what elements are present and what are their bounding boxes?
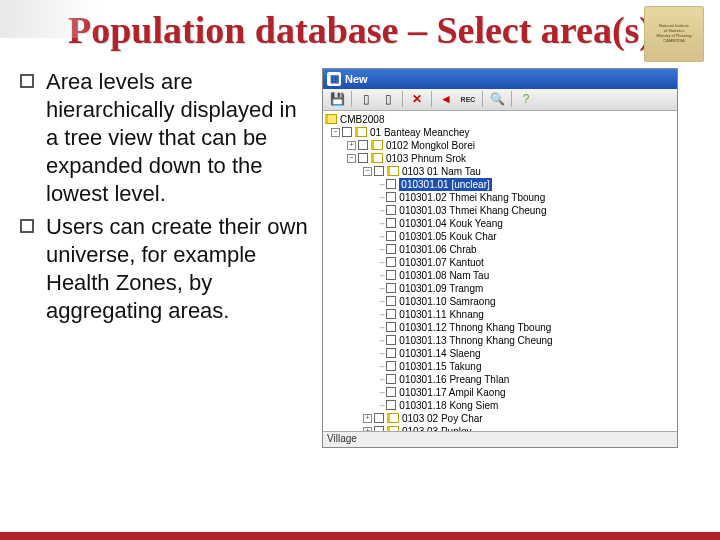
tree-label: 010301.08 Nam Tau	[399, 269, 489, 282]
checkbox[interactable]	[386, 283, 396, 293]
tree-leaf[interactable]: ···010301.02 Thmei Khang Tboung	[325, 191, 675, 204]
tree-view[interactable]: CMB2008 − 01 Banteay Meanchey + 0102 Mon…	[323, 111, 677, 431]
save-icon[interactable]: 💾	[329, 91, 345, 107]
checkbox[interactable]	[386, 335, 396, 345]
tree-connector: ···	[379, 399, 384, 412]
tree-leaf[interactable]: ···010301.12 Thnong Khang Tboung	[325, 321, 675, 334]
checkbox[interactable]	[358, 140, 368, 150]
tree-leaf[interactable]: ···010301.08 Nam Tau	[325, 269, 675, 282]
tree-label: 010301.04 Kouk Yeang	[399, 217, 502, 230]
back-icon[interactable]: ◄	[438, 91, 454, 107]
folder-icon	[387, 166, 399, 176]
tree-label: 0103 Phnum Srok	[386, 152, 466, 165]
tree-node[interactable]: − 0103 01 Nam Tau	[325, 165, 675, 178]
tree-connector: ···	[379, 282, 384, 295]
status-text: Village	[327, 433, 357, 444]
checkbox[interactable]	[374, 426, 384, 431]
toolbar-separator	[351, 91, 352, 107]
tree-node[interactable]: − 0103 Phnum Srok	[325, 152, 675, 165]
tree-leaf[interactable]: ···010301.13 Thnong Khang Cheung	[325, 334, 675, 347]
folder-icon	[371, 153, 383, 163]
checkbox[interactable]	[374, 413, 384, 423]
tree-leaf[interactable]: ···010301.03 Thmei Khang Cheung	[325, 204, 675, 217]
checkbox[interactable]	[386, 231, 396, 241]
tree-leaf[interactable]: ···010301.11 Khnang	[325, 308, 675, 321]
checkbox[interactable]	[386, 218, 396, 228]
checkbox[interactable]	[386, 179, 396, 189]
folder-icon	[371, 140, 383, 150]
tree-label: 010301.18 Kong Siem	[399, 399, 498, 412]
status-bar: Village	[323, 431, 677, 447]
decor-gradient	[0, 0, 100, 38]
tree-leaf-selected[interactable]: ··· 010301.01 [unclear]	[325, 178, 675, 191]
tree-leaf[interactable]: ···010301.17 Ampil Kaong	[325, 386, 675, 399]
find-icon[interactable]: 🔍	[489, 91, 505, 107]
tree-connector: ···	[379, 243, 384, 256]
tree-connector: ···	[379, 204, 384, 217]
checkbox[interactable]	[386, 244, 396, 254]
checkbox[interactable]	[386, 205, 396, 215]
tree-leaf[interactable]: ···010301.15 Takung	[325, 360, 675, 373]
tree-leaf[interactable]: ···010301.05 Kouk Char	[325, 230, 675, 243]
tree-leaf[interactable]: ···010301.16 Preang Thlan	[325, 373, 675, 386]
tree-label: 010301.02 Thmei Khang Tboung	[399, 191, 545, 204]
tree-connector: ···	[379, 347, 384, 360]
tree-node[interactable]: − 01 Banteay Meanchey	[325, 126, 675, 139]
collapse-icon[interactable]: −	[331, 128, 340, 137]
checkbox[interactable]	[358, 153, 368, 163]
checkbox[interactable]	[374, 166, 384, 176]
checkbox[interactable]	[386, 400, 396, 410]
expand-icon[interactable]: +	[347, 141, 356, 150]
tree-leaf[interactable]: ···010301.14 Slaeng	[325, 347, 675, 360]
record-icon[interactable]: REC	[460, 91, 476, 107]
collapse-icon[interactable]: −	[347, 154, 356, 163]
delete-icon[interactable]: ✕	[409, 91, 425, 107]
checkbox[interactable]	[386, 322, 396, 332]
checkbox[interactable]	[386, 374, 396, 384]
tree-leaf[interactable]: ···010301.09 Trangm	[325, 282, 675, 295]
checkbox[interactable]	[386, 192, 396, 202]
tree-leaf[interactable]: ···010301.18 Kong Siem	[325, 399, 675, 412]
bullet-item: Users can create their own universe, for…	[20, 213, 310, 326]
tree-leaf[interactable]: ···010301.07 Kantuot	[325, 256, 675, 269]
tree-connector: ···	[379, 360, 384, 373]
tree-connector: ···	[379, 191, 384, 204]
tree-label: 0103 02 Poy Char	[402, 412, 483, 425]
checkbox[interactable]	[386, 257, 396, 267]
tree-label: 010301.14 Slaeng	[399, 347, 480, 360]
tree-root[interactable]: CMB2008	[325, 113, 675, 126]
help-icon[interactable]: ?	[518, 91, 534, 107]
tree-label: 010301.13 Thnong Khang Cheung	[399, 334, 552, 347]
tree-label: 0103 03 Punley	[402, 425, 472, 431]
checkbox[interactable]	[386, 387, 396, 397]
tree-label: 010301.10 Samraong	[399, 295, 495, 308]
checkbox[interactable]	[342, 127, 352, 137]
checkbox[interactable]	[386, 361, 396, 371]
checkbox[interactable]	[386, 270, 396, 280]
tree-label: 010301.11 Khnang	[399, 308, 484, 321]
tree-label: 0103 01 Nam Tau	[402, 165, 481, 178]
tree-label: CMB2008	[340, 113, 384, 126]
tool-icon[interactable]: ▯	[358, 91, 374, 107]
expand-icon[interactable]: +	[363, 427, 372, 431]
checkbox[interactable]	[386, 348, 396, 358]
tree-connector: ···	[379, 295, 384, 308]
tree-node[interactable]: + 0102 Mongkol Borei	[325, 139, 675, 152]
window-titlebar[interactable]: ▦ New	[323, 69, 677, 89]
tree-leaf[interactable]: ···010301.06 Chrab	[325, 243, 675, 256]
checkbox[interactable]	[386, 309, 396, 319]
tree-label: 010301.07 Kantuot	[399, 256, 484, 269]
tool-icon[interactable]: ▯	[380, 91, 396, 107]
tree-label: 010301.15 Takung	[399, 360, 481, 373]
folder-icon	[387, 426, 399, 431]
checkbox[interactable]	[386, 296, 396, 306]
tree-label: 010301.09 Trangm	[399, 282, 483, 295]
tree-label: 010301.05 Kouk Char	[399, 230, 496, 243]
expand-icon[interactable]: +	[363, 414, 372, 423]
bullet-item: Area levels are hierarchically displayed…	[20, 68, 310, 209]
tree-leaf[interactable]: ···010301.10 Samraong	[325, 295, 675, 308]
tree-leaf[interactable]: ···010301.04 Kouk Yeang	[325, 217, 675, 230]
window-title: New	[345, 73, 368, 85]
tree-node[interactable]: + 0103 02 Poy Char	[325, 412, 675, 425]
collapse-icon[interactable]: −	[363, 167, 372, 176]
